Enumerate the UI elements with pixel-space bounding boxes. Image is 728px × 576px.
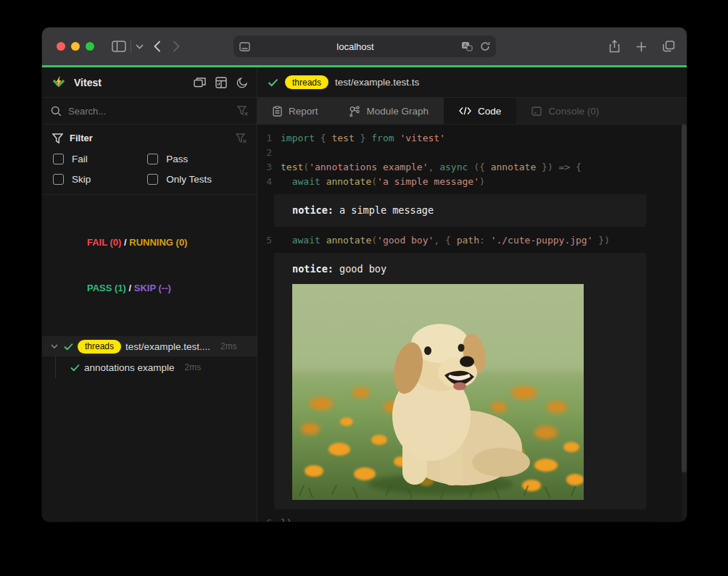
code-token: annotate <box>326 235 372 246</box>
code-token: await <box>292 176 320 187</box>
code-line: 2 <box>265 146 677 160</box>
back-button[interactable] <box>154 41 161 52</box>
console-icon <box>531 107 542 116</box>
code-token <box>281 235 292 246</box>
fail-count: FAIL (0) <box>87 237 121 248</box>
code-token: async <box>439 162 468 172</box>
forward-button[interactable] <box>173 41 180 52</box>
code-token: path <box>457 235 479 246</box>
new-tab-icon[interactable] <box>636 41 647 52</box>
browser-window: localhost A <box>42 28 687 522</box>
sidebar-header: Vitest <box>42 67 257 98</box>
close-window-button[interactable] <box>57 42 65 51</box>
page-settings-icon[interactable] <box>239 42 250 51</box>
browser-toolbar: localhost A <box>42 28 687 65</box>
code-token: 'good boy' <box>377 235 434 246</box>
line-number: 5 <box>265 233 272 248</box>
tab-overview-icon[interactable] <box>663 41 675 52</box>
minimize-window-button[interactable] <box>71 42 80 51</box>
svg-text:A: A <box>463 43 467 49</box>
reload-icon[interactable] <box>480 41 490 51</box>
test-duration: 2ms <box>220 341 237 351</box>
funnel-icon <box>52 133 63 143</box>
open-file-path: test/example.test.ts <box>335 77 419 88</box>
check-icon <box>70 364 80 372</box>
annotation-notice: notice: a simple message <box>274 194 646 227</box>
dashboard-icon[interactable] <box>215 77 227 88</box>
notice-label: notice: <box>292 263 334 275</box>
line-number: 3 <box>265 160 272 175</box>
code-panel: 1import { test } from 'vitest'2 3test('a… <box>257 125 687 522</box>
checkbox-icon[interactable] <box>147 154 158 164</box>
code-token: : <box>479 235 491 246</box>
code-line: 3test('annotations example', async ({ an… <box>265 160 677 175</box>
app-title: Vitest <box>74 77 194 88</box>
code-token: , <box>429 162 440 172</box>
test-case-row[interactable]: annotations example 2ms <box>42 356 257 378</box>
address-bar[interactable]: localhost A <box>233 36 496 57</box>
tab-code[interactable]: Code <box>444 98 516 124</box>
filter-checkbox-only-tests[interactable]: Only Tests <box>147 174 247 185</box>
main-panel: threads test/example.test.ts Report <box>257 67 687 522</box>
sidebar-menu-chevron-icon[interactable] <box>136 44 144 49</box>
code-token: ( <box>303 162 309 172</box>
vitest-logo-icon <box>51 75 67 91</box>
report-icon <box>273 106 282 117</box>
code-token: './cute-puppy.jpg' <box>491 235 593 246</box>
scrollbar-thumb[interactable] <box>682 125 687 472</box>
test-file-row[interactable]: threads test/example.test.... 2ms <box>42 336 257 356</box>
code-line: 5 await annotate('good boy', { path: './… <box>265 233 677 248</box>
notice-message: good boy <box>334 263 386 275</box>
share-icon[interactable] <box>609 40 620 53</box>
checkbox-icon[interactable] <box>53 154 64 164</box>
filter-checkbox-pass[interactable]: Pass <box>147 154 247 164</box>
scrollbar[interactable] <box>682 125 687 522</box>
filter-title: Filter <box>70 133 229 143</box>
code-token: }) <box>593 235 610 246</box>
indent-guide <box>55 356 56 378</box>
running-count: RUNNING (0) <box>129 237 187 248</box>
check-icon <box>268 78 278 87</box>
code-token: }) <box>281 517 292 522</box>
checkbox-icon[interactable] <box>147 174 158 185</box>
tab-console[interactable]: Console (0) <box>516 98 614 124</box>
line-number: 2 <box>265 146 272 160</box>
test-file-name: test/example.test.... <box>125 341 210 352</box>
code-token: 'vitest' <box>400 133 445 143</box>
code-token: from <box>371 133 394 143</box>
code-token: annotate <box>491 162 537 172</box>
code-token: , { <box>434 235 456 246</box>
code-token: ( <box>371 176 377 187</box>
code-line: 6}) <box>265 516 677 522</box>
filter-checkbox-skip[interactable]: Skip <box>53 174 147 185</box>
chevron-down-icon[interactable] <box>51 344 58 348</box>
tab-bar-filler <box>614 98 687 124</box>
tab-module-graph[interactable]: Module Graph <box>334 98 444 124</box>
code-token: 'a simple message' <box>377 176 479 187</box>
code-line: 1import { test } from 'vitest' <box>265 131 677 146</box>
toolbar-divider <box>131 40 131 53</box>
clear-filter-icon[interactable] <box>236 133 247 143</box>
test-duration: 2ms <box>185 362 202 372</box>
filter-checkbox-fail[interactable]: Fail <box>53 154 147 164</box>
code-token: ({ <box>468 162 490 172</box>
translate-icon[interactable]: A <box>461 41 473 51</box>
zoom-window-button[interactable] <box>86 42 94 51</box>
code-token <box>281 176 292 187</box>
checkbox-icon[interactable] <box>53 174 64 185</box>
collapse-panels-icon[interactable] <box>194 77 206 88</box>
pool-badge: threads <box>78 340 121 354</box>
sidebar-toggle-icon[interactable] <box>112 41 126 52</box>
skip-count: SKIP (--) <box>134 283 171 293</box>
clear-search-filter-icon[interactable] <box>237 106 248 116</box>
url-text[interactable]: localhost <box>250 41 461 52</box>
line-number: 1 <box>265 131 272 146</box>
search-input[interactable] <box>68 106 231 117</box>
code-token: annotate <box>326 176 372 187</box>
code-icon <box>459 107 471 115</box>
tab-report[interactable]: Report <box>257 98 334 124</box>
test-summary: FAIL (0) / RUNNING (0) PASS (1) / SKIP (… <box>42 195 257 333</box>
code-token: { <box>315 133 331 143</box>
search-bar <box>42 98 257 125</box>
dark-mode-moon-icon[interactable] <box>236 77 248 88</box>
